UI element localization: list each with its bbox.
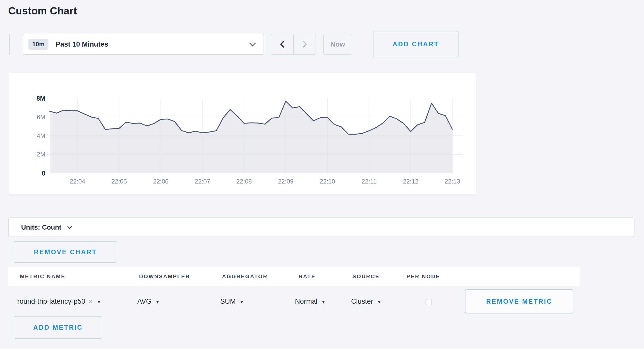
chevron-right-icon — [300, 40, 309, 49]
y-axis-tick-label: 0 — [19, 169, 45, 178]
time-range-label: Past 10 Minutes — [56, 40, 108, 48]
aggregator-select[interactable]: SUM ▼ — [220, 290, 244, 312]
time-range-dropdown[interactable]: 10m Past 10 Minutes — [23, 34, 264, 55]
caret-down-icon: ▼ — [321, 300, 325, 304]
per-node-checkbox[interactable] — [426, 299, 432, 305]
source-value: Cluster — [351, 298, 373, 306]
timeseries-area-chart[interactable] — [9, 73, 476, 195]
downsampler-value: AVG — [137, 298, 151, 306]
caret-down-icon: ▼ — [240, 300, 244, 304]
column-header-downsampler: DOWNSAMPLER — [139, 267, 190, 286]
next-time-button[interactable] — [293, 34, 316, 54]
units-label: Units: Count — [21, 223, 61, 231]
chevron-down-icon — [67, 224, 72, 229]
page-title: Custom Chart — [8, 5, 77, 17]
chevron-left-icon — [278, 40, 287, 49]
column-header-aggregator: AGGREGATOR — [222, 267, 268, 286]
y-axis-tick-label: 6M — [19, 113, 45, 121]
custom-chart-page: Custom Chart 10m Past 10 Minutes Now ADD… — [0, 0, 644, 349]
column-header-per-node: PER NODE — [406, 267, 440, 286]
x-axis-tick-label: 22:13 — [436, 177, 469, 186]
add-chart-button[interactable]: ADD CHART — [373, 31, 459, 57]
remove-metric-button[interactable]: REMOVE METRIC — [465, 289, 573, 313]
column-header-metric-name: METRIC NAME — [20, 267, 65, 286]
x-axis-tick-label: 22:08 — [227, 177, 261, 186]
x-axis-tick-label: 22:11 — [352, 177, 386, 186]
caret-down-icon: ▼ — [97, 300, 101, 304]
caret-down-icon: ▼ — [377, 300, 381, 304]
remove-tag-icon[interactable]: × — [88, 298, 93, 305]
metric-name-value: round-trip-latency-p50 — [17, 298, 85, 306]
now-button[interactable]: Now — [323, 34, 352, 55]
rate-select[interactable]: Normal ▼ — [295, 290, 325, 312]
chevron-down-icon — [249, 40, 256, 46]
y-axis-tick-label: 8M — [19, 94, 45, 103]
add-metric-button[interactable]: ADD METRIC — [14, 316, 102, 339]
x-axis-tick-label: 22:10 — [311, 177, 344, 186]
time-step-buttons — [271, 34, 316, 55]
column-header-rate: RATE — [299, 267, 316, 286]
chart-card: 22:0422:0522:0622:0722:0822:0922:1022:11… — [8, 72, 476, 195]
x-axis-tick-label: 22:04 — [61, 177, 94, 186]
y-axis-tick-label: 2M — [19, 150, 45, 159]
x-axis-tick-label: 22:12 — [394, 177, 427, 186]
downsampler-select[interactable]: AVG ▼ — [137, 290, 159, 312]
column-header-source: SOURCE — [352, 267, 379, 286]
aggregator-value: SUM — [220, 298, 236, 306]
rate-value: Normal — [295, 298, 317, 306]
toolbar-divider — [9, 34, 10, 55]
x-axis-tick-label: 22:07 — [186, 177, 219, 186]
metrics-table-header — [8, 267, 580, 286]
y-axis-tick-label: 4M — [19, 132, 45, 140]
x-axis-tick-label: 22:06 — [144, 177, 177, 186]
x-axis-tick-label: 22:05 — [102, 177, 136, 186]
remove-chart-button[interactable]: REMOVE CHART — [14, 241, 117, 263]
caret-down-icon: ▼ — [156, 300, 159, 304]
time-range-badge: 10m — [28, 39, 48, 50]
source-select[interactable]: Cluster ▼ — [351, 290, 381, 312]
metric-name-select[interactable]: round-trip-latency-p50 × ▼ — [17, 290, 101, 312]
units-dropdown[interactable]: Units: Count — [8, 217, 634, 237]
x-axis-tick-label: 22:09 — [269, 177, 302, 186]
prev-time-button[interactable] — [271, 34, 293, 54]
